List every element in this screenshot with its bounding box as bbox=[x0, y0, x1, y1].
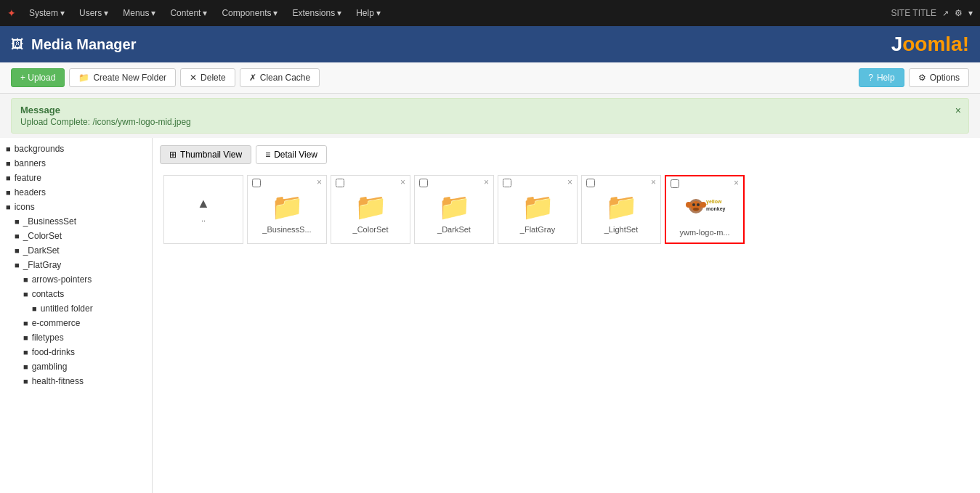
sidebar-item-ecommerce[interactable]: ■ e-commerce bbox=[0, 316, 152, 330]
sidebar-item-health[interactable]: ■ health-fitness bbox=[0, 374, 152, 388]
folder-icon: ■ bbox=[23, 348, 28, 356]
upload-button[interactable]: + Upload bbox=[11, 68, 65, 87]
external-link-icon: ↗ bbox=[942, 9, 949, 18]
header-left: 🖼 Media Manager bbox=[11, 36, 136, 53]
sidebar-item-banners[interactable]: ■ banners bbox=[0, 156, 152, 171]
tile-name: _BusinessS... bbox=[248, 225, 326, 234]
file-tile-darkset[interactable]: × 📁 _DarkSet bbox=[414, 175, 494, 244]
nav-components[interactable]: Components ▾ bbox=[216, 5, 283, 21]
sidebar-item-feature[interactable]: ■ feature bbox=[0, 171, 152, 185]
folder-icon: ■ bbox=[23, 362, 28, 371]
message-close-button[interactable]: × bbox=[955, 105, 961, 116]
help-button[interactable]: ? Help bbox=[859, 68, 904, 87]
tile-close-icon[interactable]: × bbox=[484, 177, 489, 187]
top-nav-right: SITE TITLE ↗ ⚙ ▾ bbox=[891, 8, 973, 18]
tile-checkbox[interactable] bbox=[252, 179, 261, 187]
nav-help[interactable]: Help ▾ bbox=[350, 5, 386, 21]
sidebar-item-food[interactable]: ■ food-drinks bbox=[0, 345, 152, 359]
sidebar-item-icons[interactable]: ■ icons bbox=[0, 200, 152, 214]
tile-checkbox[interactable] bbox=[503, 179, 511, 187]
folder-icon: 📁 bbox=[355, 192, 387, 222]
folder-icon: ■ bbox=[15, 217, 20, 226]
toolbar-left: + Upload 📁 Create New Folder ✕ Delete ✗ … bbox=[11, 68, 320, 87]
svg-text:yellow: yellow bbox=[706, 199, 722, 205]
sidebar-label: _DarkSet bbox=[23, 245, 60, 256]
joomla-logo-text: Joomla! bbox=[891, 33, 969, 56]
file-tile-up[interactable]: ▲ .. bbox=[163, 175, 243, 244]
file-tile-businessset[interactable]: × 📁 _BusinessS... bbox=[247, 175, 327, 244]
tile-close-icon[interactable]: × bbox=[400, 177, 405, 187]
file-tile-ywmlogo[interactable]: × bbox=[665, 175, 745, 244]
tile-close-icon[interactable]: × bbox=[567, 177, 572, 187]
file-tile-colorset[interactable]: × 📁 _ColorSet bbox=[331, 175, 410, 244]
sidebar-label: gambling bbox=[32, 362, 68, 372]
sidebar-item-darkset[interactable]: ■ _DarkSet bbox=[0, 243, 152, 258]
folder-icon: ■ bbox=[32, 304, 37, 313]
sidebar-item-businessset[interactable]: ■ _BusinessSet bbox=[0, 214, 152, 229]
image-preview: yellow monkey bbox=[679, 189, 730, 225]
sidebar-item-colorset[interactable]: ■ _ColorSet bbox=[0, 229, 152, 243]
file-tile-flatgray[interactable]: × 📁 _FlatGray bbox=[498, 175, 578, 244]
tile-checkbox[interactable] bbox=[671, 179, 679, 188]
sidebar-label: e-commerce bbox=[32, 318, 81, 328]
folder-icon: ■ bbox=[23, 275, 28, 284]
toolbar-right: ? Help ⚙ Options bbox=[859, 68, 969, 87]
gear-icon[interactable]: ⚙ bbox=[955, 8, 963, 18]
grid-icon: ⊞ bbox=[169, 150, 177, 160]
folder-icon: ■ bbox=[6, 144, 11, 153]
header-bar: 🖼 Media Manager Joomla! bbox=[0, 26, 980, 62]
detail-view-button[interactable]: ≡ Detail View bbox=[256, 145, 327, 164]
sidebar-label: banners bbox=[15, 158, 46, 168]
nav-content[interactable]: Content ▾ bbox=[164, 5, 213, 21]
thumbnail-view-button[interactable]: ⊞ Thumbnail View bbox=[160, 145, 251, 164]
sidebar-label: filetypes bbox=[32, 333, 64, 343]
folder-icon: ■ bbox=[6, 174, 11, 182]
site-title: SITE TITLE bbox=[891, 8, 936, 18]
broom-icon: ✗ bbox=[249, 73, 256, 83]
folder-create-icon: 📁 bbox=[78, 73, 89, 83]
tile-checkbox[interactable] bbox=[336, 179, 344, 187]
up-arrow-icon: ▲ bbox=[197, 196, 210, 211]
tile-close-icon[interactable]: × bbox=[317, 177, 322, 187]
nav-extensions[interactable]: Extensions ▾ bbox=[286, 5, 347, 21]
sidebar-item-filetypes[interactable]: ■ filetypes bbox=[0, 330, 152, 345]
sidebar-item-backgrounds[interactable]: ■ backgrounds bbox=[0, 142, 152, 156]
folder-icon: ■ bbox=[23, 290, 28, 298]
folder-icon: ■ bbox=[6, 203, 11, 211]
joomla-top-icon: ✦ bbox=[7, 7, 16, 19]
svg-point-3 bbox=[692, 203, 695, 206]
list-icon: ≡ bbox=[265, 150, 270, 160]
folder-icon: ■ bbox=[15, 246, 20, 255]
sidebar: ■ backgrounds ■ banners ■ feature ■ head… bbox=[0, 138, 153, 493]
joomla-logo: Joomla! bbox=[891, 33, 969, 56]
folder-icon: ■ bbox=[15, 232, 20, 240]
create-folder-button[interactable]: 📁 Create New Folder bbox=[69, 68, 176, 87]
sidebar-item-flatgray[interactable]: ■ _FlatGray bbox=[0, 258, 152, 272]
sidebar-label: headers bbox=[15, 187, 46, 197]
tile-close-icon[interactable]: × bbox=[734, 178, 739, 188]
nav-users[interactable]: Users ▾ bbox=[73, 5, 114, 21]
sidebar-item-arrows[interactable]: ■ arrows-pointers bbox=[0, 272, 152, 287]
tile-checkbox[interactable] bbox=[586, 179, 595, 187]
sidebar-label: arrows-pointers bbox=[32, 274, 92, 285]
tile-name: ywm-logo-m... bbox=[666, 228, 743, 237]
options-button[interactable]: ⚙ Options bbox=[909, 68, 969, 87]
message-bar: Message Upload Complete: /icons/ywm-logo… bbox=[11, 98, 969, 134]
sidebar-label: icons bbox=[15, 202, 35, 212]
sidebar-label: feature bbox=[15, 173, 41, 183]
sidebar-item-headers[interactable]: ■ headers bbox=[0, 185, 152, 200]
sidebar-item-contacts[interactable]: ■ contacts bbox=[0, 287, 152, 301]
nav-menus[interactable]: Menus ▾ bbox=[117, 5, 161, 21]
nav-system[interactable]: System ▾ bbox=[23, 5, 70, 21]
page-title: Media Manager bbox=[31, 36, 136, 53]
top-navigation: ✦ System ▾ Users ▾ Menus ▾ Content ▾ Com… bbox=[0, 0, 980, 26]
file-tile-lightset[interactable]: × 📁 _LightSet bbox=[581, 175, 661, 244]
tile-close-icon[interactable]: × bbox=[651, 177, 656, 187]
clean-cache-toolbar-button[interactable]: ✗ Clean Cache bbox=[240, 68, 320, 87]
tile-checkbox[interactable] bbox=[419, 179, 428, 187]
folder-icon: 📁 bbox=[605, 192, 638, 222]
svg-point-7 bbox=[700, 202, 706, 208]
sidebar-item-gambling[interactable]: ■ gambling bbox=[0, 359, 152, 374]
delete-button[interactable]: ✕ Delete bbox=[180, 68, 235, 87]
sidebar-item-untitled[interactable]: ■ untitled folder bbox=[0, 301, 152, 316]
